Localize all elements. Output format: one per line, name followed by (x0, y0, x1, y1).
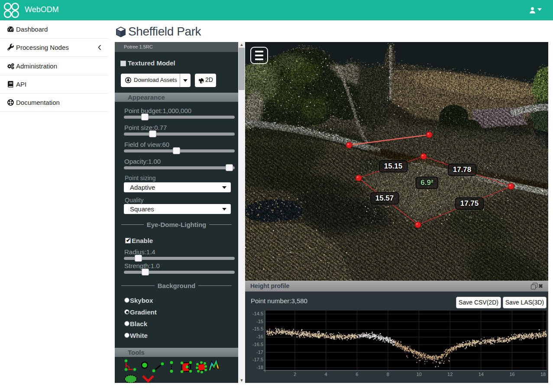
svg-text:8: 8 (387, 372, 389, 377)
svg-text:6: 6 (356, 372, 358, 377)
svg-text:-17.5: -17.5 (252, 357, 263, 362)
svg-text:12: 12 (447, 372, 453, 377)
svg-text:14: 14 (479, 372, 484, 377)
svg-text:-18: -18 (256, 365, 263, 370)
svg-text:2: 2 (294, 372, 296, 377)
svg-text:-15: -15 (256, 319, 263, 324)
svg-text:-16: -16 (256, 334, 263, 339)
svg-text:-16.5: -16.5 (252, 342, 263, 347)
svg-text:-17: -17 (256, 350, 263, 355)
svg-text:4: 4 (325, 372, 327, 377)
svg-text:-14.5: -14.5 (252, 311, 263, 316)
svg-text:-15.5: -15.5 (252, 326, 263, 331)
svg-text:16: 16 (509, 372, 514, 377)
svg-text:10: 10 (416, 372, 421, 377)
svg-text:18: 18 (540, 372, 546, 377)
